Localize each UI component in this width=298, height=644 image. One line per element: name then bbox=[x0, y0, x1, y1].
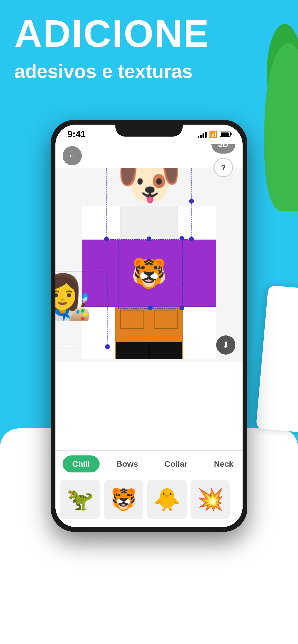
handle-br[interactable] bbox=[189, 236, 194, 241]
sticker-grid: 🦖 🐯 🐥 💥 bbox=[55, 477, 243, 522]
sticker-tiger[interactable]: 🐯 bbox=[104, 480, 143, 519]
shiba-sticker[interactable]: 🐶 bbox=[116, 168, 182, 206]
app-toolbar: ← 3D ? bbox=[55, 144, 243, 168]
panel-pant-right bbox=[149, 307, 183, 360]
phone-screen: 9:41 📶 ← bbox=[55, 124, 243, 527]
canvas-area: 🐶 bbox=[55, 168, 243, 362]
sticker-bomb[interactable]: 💥 bbox=[191, 480, 230, 519]
phone-container: 9:41 📶 ← bbox=[51, 120, 247, 532]
app-content: ← 3D ? bbox=[55, 144, 243, 527]
bottom-panel: Chill Bows Collar Neck 🦖 🐯 🐥 💥 bbox=[55, 450, 243, 527]
tab-neck[interactable]: Neck bbox=[204, 456, 243, 472]
signal-icon bbox=[198, 130, 207, 138]
panel-sleeve-right bbox=[178, 240, 216, 307]
tiger-sticker[interactable]: 🐯 bbox=[131, 259, 167, 288]
panel-pant-left bbox=[115, 307, 149, 360]
shiba-sticker-group[interactable]: 🐶 bbox=[106, 168, 192, 240]
phone-frame: 9:41 📶 ← bbox=[51, 120, 247, 532]
panel-torso: 🐯 bbox=[120, 240, 178, 307]
panel-pant-gap-right bbox=[183, 307, 216, 360]
header: ADICIONE adesivos e texturas bbox=[14, 14, 284, 83]
category-tabs: Chill Bows Collar Neck bbox=[55, 451, 243, 477]
handle-bm[interactable] bbox=[146, 236, 152, 241]
wifi-icon: 📶 bbox=[209, 130, 217, 138]
phone-notch bbox=[115, 124, 183, 136]
download-button[interactable]: ⬇ bbox=[216, 336, 235, 354]
shiba-selection: 🐶 bbox=[106, 168, 192, 240]
girl-sticker[interactable]: 👩‍🎨 bbox=[55, 276, 93, 319]
sticker-dinosaur[interactable]: 🦖 bbox=[60, 480, 100, 519]
subtitle: adesivos e texturas bbox=[14, 60, 284, 83]
status-icons: 📶 bbox=[198, 130, 231, 138]
tab-chill[interactable]: Chill bbox=[63, 456, 100, 472]
tab-bows[interactable]: Bows bbox=[107, 456, 148, 472]
sticker-duck[interactable]: 🐥 bbox=[147, 480, 187, 519]
tab-collar[interactable]: Collar bbox=[155, 456, 197, 472]
main-title: ADICIONE bbox=[14, 14, 284, 53]
handle-rm[interactable] bbox=[189, 199, 194, 204]
handle-bl[interactable] bbox=[104, 236, 109, 241]
back-button[interactable]: ← bbox=[63, 146, 82, 165]
status-time: 9:41 bbox=[67, 129, 86, 140]
girl-sticker-group[interactable]: 👩‍🎨 bbox=[55, 271, 108, 348]
battery-icon bbox=[220, 132, 231, 137]
btn-question[interactable]: ? bbox=[214, 158, 233, 177]
girl-handle-br[interactable] bbox=[105, 344, 110, 349]
